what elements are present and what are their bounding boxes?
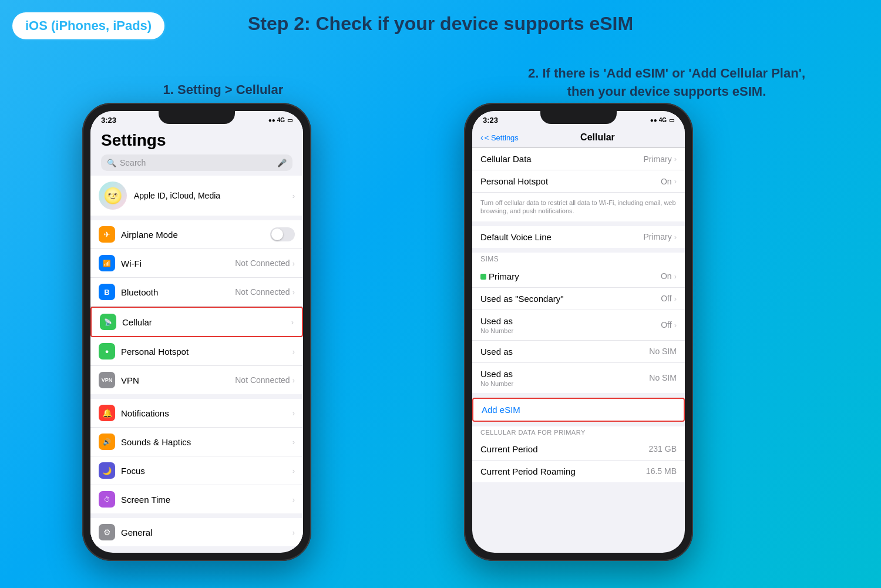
cellular-list: Cellular Data Primary › Personal Hotspot… bbox=[472, 148, 685, 487]
avatar: 🌝 bbox=[99, 182, 127, 210]
settings-item-airplane[interactable]: ✈ Airplane Mode bbox=[90, 220, 303, 249]
nav-title: Cellular bbox=[519, 132, 677, 143]
used-as-3-label: Used as bbox=[480, 369, 513, 379]
chevron-icon: › bbox=[292, 347, 295, 356]
cellular-nav: ‹ < Settings Cellular bbox=[472, 127, 685, 148]
cell-used-as-2: Used as No SIM bbox=[472, 341, 685, 363]
secondary-sim-value: Off› bbox=[661, 294, 677, 303]
notifications-icon: 🔔 bbox=[99, 405, 115, 421]
focus-label: Focus bbox=[121, 466, 292, 476]
hotspot-label: Personal Hotspot bbox=[121, 347, 292, 357]
vpn-icon: VPN bbox=[99, 372, 115, 388]
step-title: Step 2: Check if your device supports eS… bbox=[0, 13, 881, 35]
cell-add-esim[interactable]: Add eSIM bbox=[472, 398, 685, 422]
apple-id-name: Apple ID, iCloud, Media bbox=[134, 191, 292, 200]
general-icon: ⚙ bbox=[99, 524, 115, 540]
status-icons-left: ●● 4G ▭ bbox=[268, 117, 292, 123]
settings-item-vpn[interactable]: VPN VPN Not Connected › bbox=[90, 366, 303, 394]
battery-icon: ▭ bbox=[287, 117, 292, 123]
cellular-icon: 📡 bbox=[100, 314, 116, 330]
used-as-1-value: Off› bbox=[661, 320, 677, 330]
voice-label: Default Voice Line bbox=[480, 232, 552, 242]
phone-screen-right: 3:23 ●● 4G ▭ ‹ < Settings Cellular Cellu… bbox=[472, 111, 685, 553]
sounds-icon: 🔊 bbox=[99, 434, 115, 450]
apple-id-row[interactable]: 🌝 Apple ID, iCloud, Media › bbox=[90, 176, 303, 216]
signal-icon: ●● 4G bbox=[268, 117, 285, 123]
signal-icon: ●● 4G bbox=[650, 117, 667, 123]
chevron-icon: › bbox=[292, 409, 295, 418]
settings-item-cellular[interactable]: 📡 Cellular › bbox=[90, 307, 303, 337]
cell-section-2: Default Voice Line Primary › bbox=[472, 226, 685, 248]
cell-current-period: Current Period 231 GB bbox=[472, 438, 685, 461]
airplane-toggle[interactable] bbox=[270, 227, 295, 241]
wifi-icon: 📶 bbox=[99, 255, 115, 271]
current-period-value: 231 GB bbox=[649, 444, 677, 453]
cell-hotspot-label: Personal Hotspot bbox=[480, 176, 548, 186]
secondary-sim-label: Used as "Secondary" bbox=[480, 294, 564, 304]
screentime-label: Screen Time bbox=[121, 495, 292, 505]
phone-frame-right: 3:23 ●● 4G ▭ ‹ < Settings Cellular Cellu… bbox=[464, 103, 693, 561]
settings-section-3: ⚙ General › bbox=[90, 518, 303, 546]
settings-item-focus[interactable]: 🌙 Focus › bbox=[90, 456, 303, 485]
chevron-icon: › bbox=[292, 376, 295, 385]
search-bar[interactable]: 🔍 Search 🎤 bbox=[101, 154, 292, 171]
current-roaming-label: Current Period Roaming bbox=[480, 466, 576, 476]
chevron-icon: › bbox=[291, 318, 294, 327]
cell-note: Turn off cellular data to restrict all d… bbox=[472, 193, 685, 221]
settings-item-screentime[interactable]: ⏱ Screen Time › bbox=[90, 485, 303, 513]
vpn-value: Not Connected bbox=[235, 375, 290, 385]
cell-voice-line[interactable]: Default Voice Line Primary › bbox=[472, 226, 685, 248]
wifi-value: Not Connected bbox=[235, 258, 290, 268]
left-sublabel: 1. Setting > Cellular bbox=[109, 82, 338, 98]
screentime-icon: ⏱ bbox=[99, 491, 115, 508]
settings-item-wifi[interactable]: 📶 Wi-Fi Not Connected › bbox=[90, 249, 303, 278]
status-icons-right: ●● 4G ▭ bbox=[650, 117, 674, 123]
primary-data-section-label: CELLULAR DATA FOR PRIMARY bbox=[472, 426, 685, 438]
cell-item-data[interactable]: Cellular Data Primary › bbox=[472, 148, 685, 170]
primary-sim-label: Primary bbox=[480, 271, 519, 281]
phone-frame-left: 3:23 ●● 4G ▭ Settings 🔍 Search 🎤 🌝 bbox=[82, 103, 311, 561]
primary-sim-value: On› bbox=[661, 271, 677, 281]
used-as-1-label: Used as bbox=[480, 316, 513, 326]
settings-item-sounds[interactable]: 🔊 Sounds & Haptics › bbox=[90, 428, 303, 456]
status-time-right: 3:23 bbox=[483, 116, 498, 125]
settings-section-2: 🔔 Notifications › 🔊 Sounds & Haptics › 🌙… bbox=[90, 399, 303, 513]
used-as-3-note: No Number bbox=[480, 380, 513, 387]
settings-item-notifications[interactable]: 🔔 Notifications › bbox=[90, 399, 303, 428]
cell-item-hotspot[interactable]: Personal Hotspot On › bbox=[472, 170, 685, 193]
current-roaming-value: 16.5 MB bbox=[646, 466, 677, 476]
cell-hotspot-value: On › bbox=[661, 177, 677, 186]
settings-item-hotspot[interactable]: ● Personal Hotspot › bbox=[90, 337, 303, 366]
used-as-3-value: No SIM bbox=[649, 373, 677, 382]
status-time-left: 3:23 bbox=[101, 116, 116, 125]
mic-icon: 🎤 bbox=[277, 159, 287, 167]
general-label: General bbox=[121, 527, 292, 537]
cell-section-esim: Add eSIM bbox=[472, 398, 685, 422]
search-icon: 🔍 bbox=[107, 159, 116, 167]
chevron-icon: › bbox=[292, 495, 295, 504]
cell-current-roaming: Current Period Roaming 16.5 MB bbox=[472, 461, 685, 482]
bluetooth-value: Not Connected bbox=[235, 287, 290, 297]
cellular-label: Cellular bbox=[122, 317, 291, 327]
used-as-2-value: No SIM bbox=[649, 347, 677, 356]
used-as-2-label: Used as bbox=[480, 347, 513, 357]
bluetooth-icon: B bbox=[99, 284, 115, 300]
cell-data-label: Cellular Data bbox=[480, 154, 532, 164]
notch-right bbox=[540, 111, 617, 124]
settings-title: Settings bbox=[101, 131, 292, 150]
back-button[interactable]: ‹ < Settings bbox=[480, 133, 519, 142]
notifications-label: Notifications bbox=[121, 408, 292, 418]
cell-secondary-sim[interactable]: Used as "Secondary" Off› bbox=[472, 288, 685, 310]
cell-section-1: Cellular Data Primary › Personal Hotspot… bbox=[472, 148, 685, 221]
settings-header: Settings 🔍 Search 🎤 bbox=[90, 127, 303, 176]
bluetooth-label: Bluetooth bbox=[121, 287, 235, 297]
settings-item-general[interactable]: ⚙ General › bbox=[90, 518, 303, 546]
hotspot-icon: ● bbox=[99, 343, 115, 359]
cell-primary-sim[interactable]: Primary On› bbox=[472, 266, 685, 288]
chevron-icon: › bbox=[292, 191, 295, 200]
cell-used-as-1[interactable]: Used as No Number Off› bbox=[472, 310, 685, 341]
settings-item-bluetooth[interactable]: B Bluetooth Not Connected › bbox=[90, 278, 303, 307]
chevron-icon: › bbox=[292, 466, 295, 475]
airplane-icon: ✈ bbox=[99, 226, 115, 243]
used-as-1-note: No Number bbox=[480, 327, 513, 334]
